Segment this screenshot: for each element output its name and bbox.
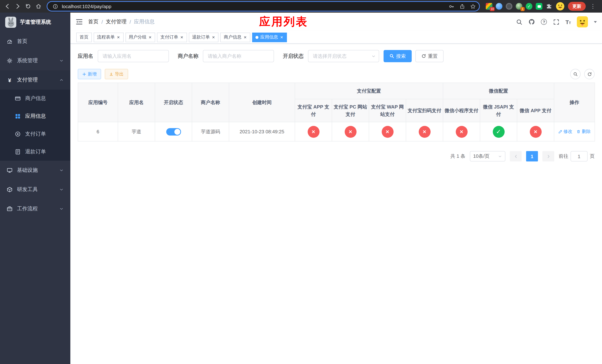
chevron-up-icon bbox=[59, 78, 64, 82]
page-size-select[interactable]: 10条/页 bbox=[470, 151, 505, 161]
sidebar-item-dev-tools[interactable]: 研发工具 bbox=[0, 180, 70, 199]
page-number-1[interactable]: 1 bbox=[526, 151, 538, 161]
extension-dark-icon[interactable] bbox=[506, 3, 512, 10]
browser-home-icon[interactable] bbox=[33, 1, 44, 11]
reset-button[interactable]: 重置 bbox=[415, 50, 443, 62]
browser-menu-icon[interactable]: ⋮ bbox=[589, 3, 597, 10]
wx-app-disabled-icon: × bbox=[530, 126, 541, 138]
sidebar-item-payment[interactable]: ¥ 支付管理 bbox=[0, 70, 70, 90]
close-icon[interactable]: × bbox=[212, 35, 215, 40]
tab-refund-order[interactable]: 退款订单 × bbox=[189, 32, 219, 42]
close-icon[interactable]: × bbox=[117, 35, 120, 40]
close-icon[interactable]: × bbox=[180, 35, 183, 40]
tab-process-form[interactable]: 流程表单 × bbox=[94, 32, 123, 42]
sidebar-item-label: 首页 bbox=[17, 38, 27, 45]
col-wx-jsapi: 微信 JSAPI 支付 bbox=[480, 99, 517, 122]
breadcrumb-current: 应用信息 bbox=[134, 19, 155, 25]
bookmark-star-icon[interactable] bbox=[469, 2, 477, 10]
address-bar[interactable]: localhost:1024/pay/app bbox=[47, 1, 480, 11]
sidebar-item-pay-order[interactable]: 支付订单 bbox=[0, 125, 70, 143]
chevron-right-icon bbox=[546, 154, 550, 158]
extensions-puzzle-icon[interactable] bbox=[546, 3, 552, 10]
sidebar-item-home[interactable]: 首页 bbox=[0, 32, 70, 51]
sidebar-item-workflow[interactable]: 工作流程 bbox=[0, 199, 70, 218]
goto-page-input[interactable] bbox=[570, 151, 588, 161]
tab-user-group[interactable]: 用户分组 × bbox=[125, 32, 155, 42]
export-button[interactable]: 导出 bbox=[105, 69, 128, 79]
sidebar-item-system[interactable]: 系统管理 bbox=[0, 51, 70, 70]
extensions-area: 10 1 ✓ 更新 ⋮ bbox=[483, 2, 600, 11]
sidebar-item-app-info[interactable]: 应用信息 bbox=[0, 107, 70, 125]
browser-reload-icon[interactable] bbox=[23, 1, 33, 11]
app-name-input[interactable] bbox=[98, 50, 169, 62]
add-button[interactable]: 新增 bbox=[78, 69, 101, 79]
dashboard-icon bbox=[7, 39, 13, 44]
breadcrumb-home[interactable]: 首页 bbox=[88, 19, 98, 25]
cell-create-time: 2021-10-23 08:49:25 bbox=[229, 122, 295, 141]
col-app-id: 应用编号 bbox=[78, 83, 118, 122]
user-avatar[interactable] bbox=[577, 16, 588, 27]
browser-update-button[interactable]: 更新 bbox=[568, 2, 586, 11]
edit-link[interactable]: 修改 bbox=[558, 128, 572, 135]
github-icon[interactable] bbox=[528, 19, 535, 25]
merchant-name-input[interactable] bbox=[203, 50, 274, 62]
sidebar-item-label: 研发工具 bbox=[17, 186, 38, 193]
alipay-qr-disabled-icon: × bbox=[419, 126, 430, 138]
browser-forward-icon[interactable] bbox=[13, 1, 23, 11]
tab-home[interactable]: 首页 bbox=[76, 32, 92, 42]
col-create-time: 创建时间 bbox=[229, 83, 295, 122]
status-select[interactable]: 请选择开启状态 bbox=[308, 50, 379, 62]
fullscreen-icon[interactable] bbox=[553, 19, 559, 25]
breadcrumb-pay[interactable]: 支付管理 bbox=[106, 19, 127, 25]
search-button[interactable]: 搜索 bbox=[384, 50, 412, 62]
sidebar-toggle-icon[interactable] bbox=[70, 18, 88, 26]
extension-chat-icon[interactable] bbox=[536, 3, 542, 10]
app-table: 应用编号 应用名 开启状态 商户名称 创建时间 支付宝配置 微信配置 操作 支付… bbox=[78, 83, 595, 141]
close-icon[interactable]: × bbox=[148, 35, 152, 40]
font-size-icon[interactable]: TT bbox=[566, 19, 571, 25]
cube-icon bbox=[7, 187, 13, 193]
tab-app-info[interactable]: 应用信息 × bbox=[252, 32, 287, 42]
logo-image bbox=[5, 17, 16, 28]
edit-link-label: 修改 bbox=[563, 128, 572, 135]
col-app-name: 应用名 bbox=[118, 83, 155, 122]
extension-check-icon[interactable]: ✓ bbox=[526, 3, 532, 10]
tab-merchant-info[interactable]: 商户信息 × bbox=[220, 32, 250, 42]
navbar-actions: ? TT bbox=[516, 16, 602, 27]
extension-blue-icon[interactable] bbox=[496, 3, 502, 10]
search-icon[interactable] bbox=[516, 19, 523, 25]
monitor-icon bbox=[7, 167, 13, 173]
status-select-placeholder: 请选择开启状态 bbox=[313, 53, 346, 59]
sidebar-item-infra[interactable]: 基础设施 bbox=[0, 161, 70, 180]
close-icon[interactable]: × bbox=[243, 35, 247, 40]
chevron-down-icon bbox=[59, 187, 64, 192]
next-page-button[interactable] bbox=[542, 151, 554, 161]
browser-profile-avatar[interactable] bbox=[556, 2, 565, 11]
close-icon[interactable]: × bbox=[280, 35, 283, 40]
app-logo[interactable]: 芋道管理系统 bbox=[0, 13, 70, 32]
share-icon[interactable] bbox=[458, 2, 466, 10]
chevron-left-icon bbox=[514, 154, 518, 158]
prev-page-button[interactable] bbox=[510, 151, 522, 161]
delete-link[interactable]: 删除 bbox=[577, 128, 591, 135]
goto-page: 前往 页 bbox=[559, 151, 595, 161]
caret-down-icon[interactable] bbox=[594, 21, 597, 23]
sidebar-item-merchant-info[interactable]: 商户信息 bbox=[0, 90, 70, 107]
tabs-bar: 首页 流程表单 × 用户分组 × 支付订单 × 退款订单 × bbox=[70, 31, 602, 44]
refresh-table-button[interactable] bbox=[584, 69, 595, 79]
sidebar-item-refund-order[interactable]: 退款订单 bbox=[0, 143, 70, 161]
status-toggle[interactable] bbox=[166, 128, 181, 135]
tab-pay-order[interactable]: 支付订单 × bbox=[157, 32, 187, 42]
extension-collage-icon[interactable]: 10 bbox=[486, 3, 492, 10]
tab-label: 应用信息 bbox=[260, 34, 278, 40]
help-icon[interactable]: ? bbox=[541, 19, 547, 25]
browser-toolbar: localhost:1024/pay/app 10 1 ✓ bbox=[0, 0, 602, 13]
chevron-down-icon bbox=[371, 54, 376, 58]
toggle-search-button[interactable] bbox=[570, 69, 580, 79]
search-form: 应用名 商户名称 开启状态 请选择开启状态 bbox=[78, 50, 595, 62]
browser-back-icon[interactable] bbox=[2, 1, 13, 11]
chevron-down-icon bbox=[59, 58, 64, 63]
extension-avatar-icon[interactable]: 1 bbox=[516, 3, 522, 10]
password-key-icon[interactable] bbox=[447, 2, 455, 10]
site-info-icon[interactable] bbox=[51, 2, 59, 10]
